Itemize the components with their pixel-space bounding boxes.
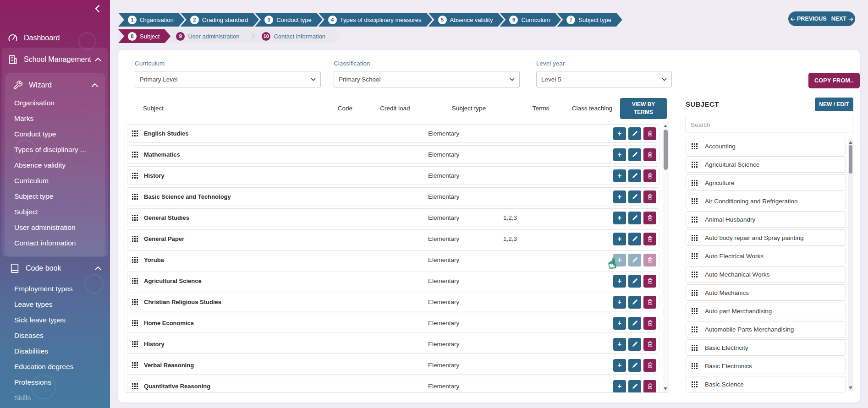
drag-handle-icon[interactable]: [132, 215, 138, 221]
delete-button[interactable]: [643, 212, 656, 224]
chevron-up-icon[interactable]: [94, 57, 102, 62]
drag-handle-icon[interactable]: [692, 308, 698, 314]
sidebar-subitem[interactable]: Leave types: [2, 297, 108, 312]
list-item[interactable]: Automobile Parts Merchandising: [686, 321, 846, 337]
add-button[interactable]: +: [613, 169, 626, 182]
list-item[interactable]: Animal Husbandry: [686, 211, 846, 228]
delete-button[interactable]: [643, 359, 656, 372]
sidebar-subitem[interactable]: Absence validity: [5, 158, 105, 173]
edit-button[interactable]: [628, 254, 641, 267]
subject-list-scrollbar[interactable]: [848, 139, 853, 392]
edit-button[interactable]: [628, 317, 641, 330]
wizard-step[interactable]: 10 Contact information: [245, 29, 331, 43]
wizard-step[interactable]: 4 Types of disciplinary measures: [319, 13, 433, 27]
wizard-step[interactable]: 1 Organisation: [118, 13, 185, 27]
new-edit-button[interactable]: NEW / EDIT: [815, 98, 853, 111]
drag-handle-icon[interactable]: [132, 278, 138, 284]
sidebar-item-code-book[interactable]: Code book: [2, 259, 108, 277]
sidebar-subitem[interactable]: Conduct type: [5, 126, 105, 142]
sidebar-subitem[interactable]: Employment types: [2, 281, 108, 297]
previous-button[interactable]: ➔ PREVIOUS: [790, 16, 827, 22]
search-input[interactable]: [686, 117, 853, 132]
drag-handle-icon[interactable]: [132, 299, 138, 305]
drag-handle-icon[interactable]: [692, 143, 698, 149]
sidebar-subitem[interactable]: Subject type: [5, 189, 105, 204]
add-button[interactable]: +: [613, 338, 626, 351]
delete-button[interactable]: [643, 338, 656, 351]
delete-button[interactable]: [643, 317, 656, 330]
add-button[interactable]: +: [613, 296, 626, 309]
add-button[interactable]: +: [613, 254, 626, 267]
list-item[interactable]: Basic Electricity: [686, 339, 846, 356]
list-item[interactable]: Agriculture: [686, 174, 846, 191]
list-item[interactable]: Auto body repair and Spray painting: [686, 229, 846, 246]
drag-handle-icon[interactable]: [692, 180, 698, 186]
add-button[interactable]: +: [613, 212, 626, 224]
next-button[interactable]: NEXT ➔: [831, 16, 853, 22]
drag-handle-icon[interactable]: [132, 341, 138, 347]
sidebar-subitem[interactable]: Education degrees: [2, 359, 108, 375]
drag-handle-icon[interactable]: [692, 345, 698, 351]
scroll-up-icon[interactable]: [664, 125, 667, 127]
edit-button[interactable]: [628, 190, 641, 203]
drag-handle-icon[interactable]: [132, 152, 138, 158]
sidebar-subitem[interactable]: Disabilities: [2, 343, 108, 359]
sidebar-subitem[interactable]: Diseases: [2, 328, 108, 343]
edit-button[interactable]: [628, 359, 641, 372]
chevron-up-icon[interactable]: [94, 266, 102, 271]
delete-button[interactable]: [643, 148, 656, 161]
drag-handle-icon[interactable]: [132, 194, 138, 200]
add-button[interactable]: +: [613, 148, 626, 161]
scrollbar-thumb[interactable]: [664, 130, 668, 170]
drag-handle-icon[interactable]: [132, 257, 138, 263]
add-button[interactable]: +: [613, 233, 626, 245]
add-button[interactable]: +: [613, 275, 626, 288]
wizard-step[interactable]: 6 Curriculum: [500, 13, 561, 27]
table-scrollbar[interactable]: [662, 122, 669, 392]
wizard-step[interactable]: 2 Grading standard: [181, 13, 259, 27]
sidebar-subitem[interactable]: Types of disciplinary ...: [5, 142, 105, 158]
scroll-up-icon[interactable]: [849, 141, 852, 144]
add-button[interactable]: +: [613, 359, 626, 372]
delete-button[interactable]: [643, 275, 656, 288]
edit-button[interactable]: [628, 148, 641, 161]
list-item[interactable]: Auto Electrical Works: [686, 248, 846, 264]
add-button[interactable]: +: [613, 127, 626, 140]
list-item[interactable]: Basic Electronics: [686, 358, 846, 374]
drag-handle-icon[interactable]: [132, 383, 138, 389]
drag-handle-icon[interactable]: [132, 131, 138, 136]
delete-button[interactable]: [643, 254, 656, 267]
delete-button[interactable]: [643, 190, 656, 203]
scroll-down-icon[interactable]: [849, 386, 852, 389]
sidebar-subitem[interactable]: Skills: [2, 390, 108, 406]
drag-handle-icon[interactable]: [692, 217, 698, 223]
sidebar-subitem[interactable]: Professions: [2, 375, 108, 390]
edit-button[interactable]: [628, 338, 641, 351]
wizard-step[interactable]: 8 Subject: [118, 29, 170, 43]
chevron-up-icon[interactable]: [91, 82, 99, 88]
list-item[interactable]: Auto Mechanical Works: [686, 266, 846, 283]
sidebar-subitem[interactable]: Curriculum: [5, 173, 105, 189]
level-year-select[interactable]: Level 5: [536, 71, 672, 87]
list-item[interactable]: Accounting: [686, 138, 846, 154]
wizard-step[interactable]: 7 Subject type: [557, 13, 622, 27]
view-by-terms-button[interactable]: VIEW BY TERMS: [620, 98, 667, 119]
sidebar-subitem[interactable]: Marks: [5, 111, 105, 126]
drag-handle-icon[interactable]: [692, 235, 698, 241]
edit-button[interactable]: [628, 275, 641, 288]
edit-button[interactable]: [628, 296, 641, 309]
drag-handle-icon[interactable]: [132, 236, 138, 242]
drag-handle-icon[interactable]: [692, 253, 698, 259]
edit-button[interactable]: [628, 380, 641, 393]
list-item[interactable]: Air Conditioning and Refrigeration: [686, 193, 846, 209]
delete-button[interactable]: [643, 380, 656, 393]
drag-handle-icon[interactable]: [692, 381, 698, 387]
add-button[interactable]: +: [613, 380, 626, 393]
classification-select[interactable]: Primary School: [334, 71, 520, 87]
scrollbar-thumb[interactable]: [849, 145, 852, 174]
drag-handle-icon[interactable]: [692, 363, 698, 369]
delete-button[interactable]: [643, 296, 656, 309]
edit-button[interactable]: [628, 233, 641, 245]
drag-handle-icon[interactable]: [132, 362, 138, 368]
sidebar-subitem[interactable]: Contact information: [5, 235, 105, 251]
